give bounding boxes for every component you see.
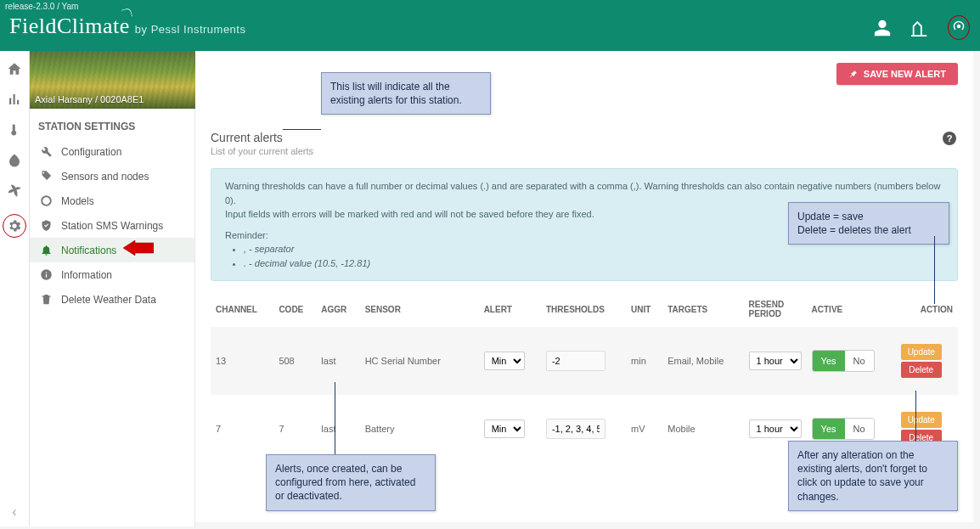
building-icon[interactable] (910, 19, 929, 37)
pin-icon (848, 69, 859, 79)
lead-line (915, 391, 916, 442)
sidebar-item-delete[interactable]: Delete Weather Data (30, 287, 194, 312)
resend-select[interactable]: 1 hour (749, 352, 802, 370)
alerts-table: CHANNEL CODE AGGR SENSOR ALERT THRESHOLD… (211, 291, 958, 463)
bell-icon (40, 244, 53, 256)
collapse-rail-icon[interactable]: ‹ (12, 504, 16, 520)
sidebar-item-sensors[interactable]: Sensors and nodes (30, 164, 194, 189)
callout-update-delete: Update = save Delete = deletes the alert (788, 202, 949, 245)
update-button[interactable]: Update (901, 344, 942, 360)
lead-line (934, 236, 935, 304)
station-caption: Axial Harsany / 0020A8E1 (35, 94, 144, 104)
alert-select[interactable]: Min (484, 352, 525, 370)
chart-icon[interactable] (7, 92, 22, 107)
left-icon-rail: ‹ (0, 51, 30, 526)
panel-title: Current alerts (211, 131, 958, 144)
sidebar-item-information[interactable]: Information (30, 262, 194, 287)
leaf-icon: t (113, 14, 120, 39)
tag-icon (40, 170, 53, 183)
gear-icon[interactable] (7, 218, 22, 234)
brand-logo: FieldClimateby Pessl Instruments (9, 14, 245, 39)
lead-line (283, 129, 321, 130)
callout-list: This list will indicate all the existing… (321, 72, 491, 115)
th-channel: CHANNEL (211, 291, 273, 327)
panel-subtitle: List of your current alerts (211, 146, 958, 156)
sidebar-item-sms[interactable]: Station SMS Warnings (30, 213, 194, 238)
save-new-alert-button[interactable]: SAVE NEW ALERT (836, 63, 958, 85)
alert-select[interactable]: Min (484, 419, 525, 438)
atom-icon (40, 194, 53, 207)
table-row: 13 508 last HC Serial Number Min min Ema… (211, 327, 958, 395)
info-icon (40, 268, 53, 281)
svg-marker-0 (123, 240, 154, 256)
threshold-input[interactable] (546, 419, 605, 439)
th-aggr: AGGR (316, 291, 359, 327)
station-image: Axial Harsany / 0020A8E1 (30, 51, 195, 109)
th-thresholds: THRESHOLDS (541, 291, 626, 327)
update-button[interactable]: Update (901, 412, 942, 428)
top-icons (873, 15, 970, 40)
sidebar-item-models[interactable]: Models (30, 189, 194, 213)
th-unit: UNIT (626, 291, 662, 327)
th-active: ACTIVE (807, 291, 896, 327)
red-arrow-annotation (123, 240, 154, 256)
resend-select[interactable]: 1 hour (749, 419, 802, 438)
th-code: CODE (273, 291, 316, 327)
th-alert: ALERT (479, 291, 541, 327)
bird-icon[interactable] (7, 183, 22, 199)
user-icon[interactable] (873, 19, 892, 37)
shield-check-icon (40, 219, 53, 232)
sidebar: Axial Harsany / 0020A8E1 STATION SETTING… (30, 51, 195, 526)
callout-configure: Alerts, once created, can be configured … (266, 454, 436, 511)
leaves-icon[interactable] (7, 153, 22, 168)
home-icon[interactable] (7, 61, 22, 76)
active-toggle[interactable]: YesNo (812, 418, 875, 440)
wrench-icon (40, 145, 53, 158)
delete-button[interactable]: Delete (901, 362, 942, 378)
broadcast-icon[interactable] (951, 19, 966, 34)
th-sensor: SENSOR (360, 291, 479, 327)
release-tag: release-2.3.0 / Yam (5, 2, 78, 11)
top-bar: release-2.3.0 / Yam FieldClimateby Pessl… (0, 0, 980, 51)
th-targets: TARGETS (662, 291, 743, 327)
sidebar-item-configuration[interactable]: Configuration (30, 139, 194, 164)
lead-line (335, 382, 335, 454)
broadcast-icon-circled (948, 15, 970, 40)
callout-save-reminder: After any alteration on the existing ale… (788, 441, 958, 511)
th-action: ACTION (896, 291, 958, 327)
thermometer-icon[interactable] (7, 122, 22, 138)
help-icon[interactable]: ? (943, 132, 956, 145)
sidebar-item-notifications[interactable]: Notifications (30, 238, 194, 262)
sidebar-title: STATION SETTINGS (30, 109, 194, 139)
threshold-input[interactable] (546, 351, 605, 371)
active-toggle[interactable]: YesNo (812, 350, 875, 372)
th-resend: RESEND PERIOD (744, 291, 807, 327)
trash-icon (40, 293, 53, 306)
settings-icon-circled (3, 214, 26, 238)
